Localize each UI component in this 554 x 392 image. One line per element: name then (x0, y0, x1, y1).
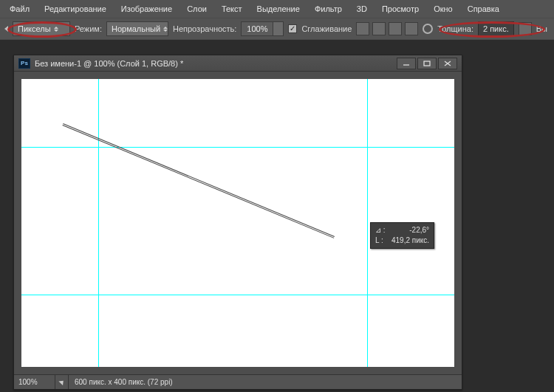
updown-icon (54, 27, 58, 32)
workspace-area: Ps Без имени-1 @ 100% (Слой 1, RGB/8) * … (0, 40, 554, 392)
menu-image[interactable]: Изображение (114, 2, 179, 16)
antialias-label: Сглаживание (301, 24, 352, 33)
menu-view[interactable]: Просмотр (375, 2, 425, 16)
expand-triangle-icon (58, 379, 65, 385)
guide-horizontal[interactable] (21, 295, 454, 295)
stroke-style-button[interactable] (519, 22, 532, 35)
document-title: Без имени-1 @ 100% (Слой 1, RGB/8) * (35, 59, 392, 68)
document-titlebar[interactable]: Ps Без имени-1 @ 100% (Слой 1, RGB/8) * (14, 55, 462, 72)
blend-mode-dropdown[interactable]: Нормальный (106, 21, 168, 36)
svg-rect-1 (424, 61, 430, 66)
tool-mode-dropdown[interactable]: Пикселы (13, 21, 70, 36)
tooltip-length-value: 419,2 пикс. (391, 235, 429, 246)
transform-info-tooltip: ⊿ : -22,6° L : 419,2 пикс. (370, 222, 434, 249)
align-cut-label: Вы (536, 24, 547, 33)
main-menu-bar: Файл Редактирование Изображение Слои Тек… (0, 0, 554, 18)
menu-file[interactable]: Файл (3, 2, 36, 16)
menu-help[interactable]: Справка (461, 2, 506, 16)
document-status-bar: 100% 600 пикс. x 400 пикс. (72 ppi) (14, 374, 462, 389)
tooltip-length-key: L : (375, 235, 387, 246)
tool-preset-arrow-icon[interactable] (4, 26, 8, 32)
menu-filter[interactable]: Фильтр (308, 2, 349, 16)
menu-layers[interactable]: Слои (180, 2, 213, 16)
align-dotted-button[interactable] (405, 22, 418, 35)
minimize-button[interactable] (397, 58, 416, 69)
blend-mode-value: Нормальный (112, 24, 160, 33)
opacity-label: Непрозрачность: (173, 24, 236, 33)
status-expand-button[interactable] (55, 375, 69, 389)
opacity-input[interactable]: 100% (241, 21, 273, 36)
blend-mode-label: Режим: (75, 24, 102, 33)
guide-horizontal[interactable] (21, 147, 454, 148)
drawn-line-shape[interactable] (62, 123, 335, 238)
weight-input[interactable]: 2 пикс. (478, 21, 514, 36)
tooltip-angle-key: ⊿ : (375, 225, 387, 235)
menu-text[interactable]: Текст (215, 2, 249, 16)
document-window: Ps Без имени-1 @ 100% (Слой 1, RGB/8) * … (13, 55, 462, 390)
zoom-level[interactable]: 100% (14, 375, 55, 389)
weight-label: Толщина: (437, 24, 473, 33)
menu-select[interactable]: Выделение (250, 2, 307, 16)
tool-options-bar: Пикселы Режим: Нормальный Непрозрачность… (0, 18, 554, 40)
menu-edit[interactable]: Редактирование (38, 2, 113, 16)
antialias-checkbox[interactable]: ✓ (288, 24, 297, 33)
tooltip-angle-value: -22,6° (391, 225, 429, 235)
guide-vertical[interactable] (98, 79, 99, 367)
close-button[interactable] (438, 58, 457, 69)
gear-icon[interactable] (423, 24, 433, 34)
align-distribute-button[interactable] (389, 22, 402, 35)
opacity-field-group: 100% (241, 21, 284, 36)
guide-vertical[interactable] (367, 79, 368, 367)
maximize-button[interactable] (417, 58, 437, 69)
align-center-button[interactable] (372, 22, 386, 35)
photoshop-badge-icon: Ps (18, 58, 30, 69)
align-edges-button[interactable] (356, 22, 369, 35)
canvas-container: ⊿ : -22,6° L : 419,2 пикс. (14, 72, 462, 374)
document-canvas[interactable]: ⊿ : -22,6° L : 419,2 пикс. (21, 79, 454, 367)
menu-3d[interactable]: 3D (350, 2, 374, 16)
align-buttons-group (356, 22, 418, 35)
opacity-stepper[interactable] (273, 21, 284, 36)
updown-icon (163, 27, 168, 32)
window-buttons (397, 58, 457, 69)
document-info[interactable]: 600 пикс. x 400 пикс. (72 ppi) (69, 378, 462, 386)
tool-mode-value: Пикселы (18, 24, 51, 33)
menu-window[interactable]: Окно (427, 2, 459, 16)
